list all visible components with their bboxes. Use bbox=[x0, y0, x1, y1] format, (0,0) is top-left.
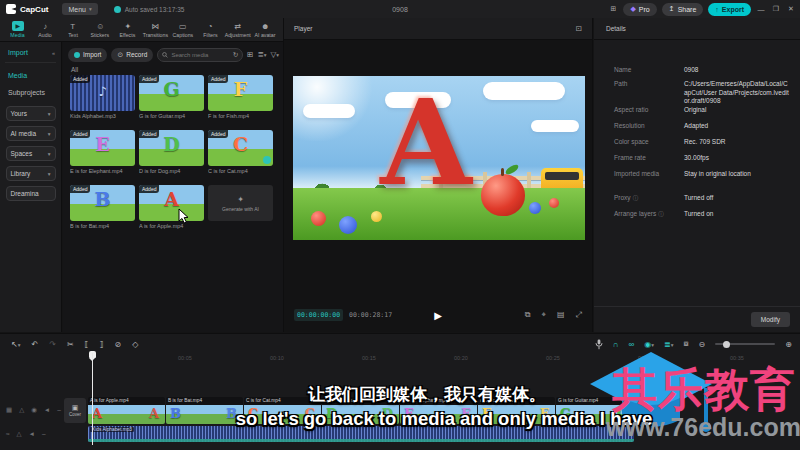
media-item-e-elephant[interactable]: Added E E is for Elephant.mp4 bbox=[70, 130, 135, 174]
undo-icon[interactable]: ↶ bbox=[31, 340, 38, 349]
tab-media[interactable]: ▶Media bbox=[4, 21, 32, 38]
play-button[interactable]: ▶ bbox=[434, 310, 442, 321]
export-button[interactable]: ↑ Export bbox=[708, 3, 751, 16]
tab-filters[interactable]: ◔Filters bbox=[197, 21, 225, 38]
select-tool-icon[interactable]: ↖▾ bbox=[11, 340, 20, 349]
sidebar-item-ai-media[interactable]: AI media▾ bbox=[6, 126, 56, 141]
delete-icon[interactable]: ⊘ bbox=[115, 340, 122, 349]
refresh-icon[interactable]: ↻ bbox=[233, 51, 238, 59]
aspect-ratio-icon[interactable]: ▤ bbox=[557, 310, 565, 320]
tab-label: Stickers bbox=[91, 32, 110, 38]
record-icon: ⊙ bbox=[117, 51, 123, 59]
timeline-zoom-slider[interactable] bbox=[715, 343, 775, 345]
fullscreen-icon[interactable]: ⤢ bbox=[576, 310, 582, 320]
display-settings-icon[interactable]: ⊡ bbox=[576, 24, 582, 33]
sidebar-item-library[interactable]: Library▾ bbox=[6, 166, 56, 181]
minimize-button[interactable]: — bbox=[756, 6, 766, 13]
import-button[interactable]: Import bbox=[68, 48, 107, 62]
mirror-preview-icon[interactable]: ⧉ bbox=[525, 310, 531, 320]
close-button[interactable]: ✕ bbox=[786, 5, 796, 13]
delete-left-icon[interactable]: ⟦ bbox=[85, 340, 89, 349]
details-panel-title: Details bbox=[594, 18, 800, 40]
mute-track-icon[interactable]: ◄ bbox=[29, 430, 35, 438]
video-thumbnail: Added A bbox=[139, 185, 204, 221]
keyframe-icon[interactable]: ◇ bbox=[132, 340, 138, 349]
tab-stickers[interactable]: ☺Stickers bbox=[87, 21, 115, 38]
preview-quality-icon[interactable]: ⌖ bbox=[542, 310, 547, 320]
search-input[interactable] bbox=[171, 52, 229, 58]
tab-text[interactable]: TText bbox=[59, 21, 87, 38]
collapse-track-icon[interactable]: – bbox=[57, 406, 61, 414]
media-item-kids-alphabet[interactable]: Added ♪ Kids Alphabet.mp3 bbox=[70, 75, 135, 119]
lock-icon[interactable]: △ bbox=[17, 430, 22, 438]
diamond-icon: ◆ bbox=[630, 5, 635, 13]
sidebar-item-subprojects[interactable]: Subprojects bbox=[0, 84, 61, 101]
menu-button[interactable]: Menu ▾ bbox=[62, 3, 97, 15]
split-icon[interactable]: ✂ bbox=[67, 340, 74, 349]
sidebar-item-yours[interactable]: Yours▾ bbox=[6, 106, 56, 121]
captions-icon: ▭ bbox=[179, 21, 187, 31]
cover-button[interactable]: ▣ Cover bbox=[64, 398, 86, 423]
magnet-snap-icon[interactable]: ∩ bbox=[613, 340, 619, 349]
tab-transitions[interactable]: ⋈Transitions bbox=[142, 21, 170, 38]
sidebar-item-media[interactable]: Media bbox=[0, 67, 61, 84]
zoom-out-icon[interactable]: ⊖ bbox=[699, 340, 706, 349]
delete-right-icon[interactable]: ⟧ bbox=[100, 340, 104, 349]
sidebar-item-import[interactable]: Import « bbox=[8, 49, 55, 56]
link-clips-icon[interactable]: ∞ bbox=[629, 340, 635, 349]
redo-icon[interactable]: ↷ bbox=[49, 340, 56, 349]
record-button[interactable]: ⊙ Record bbox=[111, 48, 153, 62]
zoom-slider-knob[interactable] bbox=[723, 341, 730, 348]
collapse-panel-icon[interactable]: « bbox=[52, 50, 55, 56]
tab-ai-avatar[interactable]: ☻AI avatar bbox=[252, 21, 280, 38]
tab-label: Captions bbox=[172, 32, 193, 38]
maximize-button[interactable]: ❐ bbox=[771, 5, 781, 13]
subtitle-english: so let's go back to media and only media… bbox=[236, 408, 653, 430]
timeline-clip-a[interactable]: A is for Apple.mp4 AA bbox=[88, 397, 165, 424]
media-item-c-cat[interactable]: Added C C is for Cat.mp4 bbox=[208, 130, 273, 174]
media-item-a-apple[interactable]: Added A A is for Apple.mp4 bbox=[139, 185, 204, 229]
filter-icon[interactable]: ▽▾ bbox=[270, 50, 279, 59]
share-icon: ↥ bbox=[669, 5, 675, 13]
transitions-icon: ⋈ bbox=[151, 21, 159, 31]
video-preview[interactable]: A bbox=[293, 76, 585, 240]
tab-captions[interactable]: ▭Captions bbox=[169, 21, 197, 38]
clip-letter: A bbox=[92, 406, 102, 421]
playhead-line[interactable] bbox=[92, 353, 93, 445]
snapshot-icon[interactable]: ⧇ bbox=[684, 339, 689, 349]
zoom-in-icon[interactable]: ⊕ bbox=[785, 340, 792, 349]
tab-audio[interactable]: ♪Audio bbox=[32, 21, 60, 38]
sidebar-item-dreamina[interactable]: Dreamina bbox=[6, 186, 56, 201]
export-icon: ↑ bbox=[715, 6, 719, 13]
watermark-url: www.76edu.com bbox=[606, 413, 800, 442]
mute-track-icon[interactable]: ◄ bbox=[44, 406, 50, 414]
modify-button[interactable]: Modify bbox=[751, 312, 790, 327]
track-levels-icon[interactable]: ≣▾ bbox=[664, 340, 673, 349]
tab-effects[interactable]: ✦Effects bbox=[114, 21, 142, 38]
media-item-g-guitar[interactable]: Added G G is for Guitar.mp4 bbox=[139, 75, 204, 119]
pro-button[interactable]: ◆ Pro bbox=[623, 3, 656, 16]
media-item-f-fish[interactable]: Added F F is for Fish.mp4 bbox=[208, 75, 273, 119]
tab-adjustment[interactable]: ⇄Adjustment bbox=[224, 21, 252, 38]
hide-track-icon[interactable]: ◉ bbox=[31, 406, 37, 414]
grid-view-icon[interactable]: ⊞ bbox=[247, 50, 253, 59]
main-track-icon[interactable]: ▦ bbox=[6, 406, 12, 414]
chevron-down-icon: ▾ bbox=[48, 171, 51, 177]
media-item-d-dog[interactable]: Added D D is for Dog.mp4 bbox=[139, 130, 204, 174]
detail-value: Turned on bbox=[684, 210, 790, 219]
detail-value: Rec. 709 SDR bbox=[684, 138, 790, 147]
timeline-clip-b[interactable]: B is for Bat.mp4 BB bbox=[166, 397, 243, 424]
generate-with-ai-button[interactable]: ✦ Generate with AI bbox=[208, 185, 273, 221]
waveform-icon[interactable]: ≈ bbox=[6, 430, 10, 438]
sidebar-item-spaces[interactable]: Spaces▾ bbox=[6, 146, 56, 161]
search-box[interactable]: ↻ bbox=[157, 48, 243, 62]
share-button[interactable]: ↥ Share bbox=[662, 3, 704, 16]
lock-icon[interactable]: △ bbox=[19, 406, 24, 414]
collapse-track-icon[interactable]: – bbox=[42, 430, 46, 438]
voiceover-mic-icon[interactable] bbox=[595, 339, 603, 350]
media-item-b-bat[interactable]: Added B B is for Bat.mp4 bbox=[70, 185, 135, 229]
info-icon: ⓘ bbox=[658, 211, 664, 217]
auto-preview-icon[interactable]: ◉▾ bbox=[644, 340, 654, 349]
sort-icon[interactable]: ≣▾ bbox=[257, 50, 266, 59]
layout-icon[interactable]: ⊞ bbox=[608, 5, 618, 13]
